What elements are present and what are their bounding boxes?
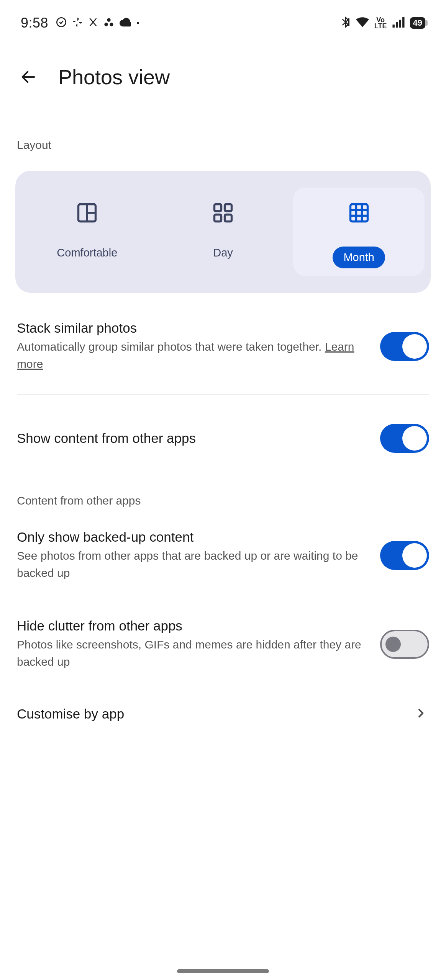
setting-text: Stack similar photos Automatically group… xyxy=(17,320,371,372)
svg-rect-6 xyxy=(396,22,398,28)
header: Photos view xyxy=(0,42,446,108)
wifi-icon xyxy=(356,17,369,29)
status-clock: 9:58 xyxy=(21,15,48,31)
setting-title: Show content from other apps xyxy=(17,431,371,446)
toggle-show-other-apps[interactable] xyxy=(380,424,429,453)
layout-section-label: Layout xyxy=(0,108,446,163)
back-button[interactable] xyxy=(18,66,39,88)
status-system-icons: VoLTE 49 xyxy=(341,16,425,30)
setting-title: Customise by app xyxy=(17,706,124,722)
layout-label: Month xyxy=(333,247,385,268)
chevron-right-icon xyxy=(415,707,427,721)
svg-point-1 xyxy=(107,18,110,21)
setting-customise-by-app[interactable]: Customise by app xyxy=(0,689,446,739)
layout-option-comfortable[interactable]: Comfortable xyxy=(21,188,153,276)
signal-icon xyxy=(392,17,405,29)
layout-label: Day xyxy=(213,247,233,259)
setting-desc: Automatically group similar photos that … xyxy=(17,338,371,372)
status-notification-icons: • xyxy=(56,17,139,29)
svg-rect-8 xyxy=(402,17,404,28)
svg-rect-17 xyxy=(350,204,367,222)
dots-icon xyxy=(103,17,114,29)
layout-selector: Comfortable Day Month xyxy=(15,171,431,293)
pinwheel-icon xyxy=(72,17,83,29)
setting-title: Only show backed-up content xyxy=(17,529,371,545)
bluetooth-icon xyxy=(341,16,351,30)
svg-point-0 xyxy=(57,18,66,26)
svg-rect-16 xyxy=(225,215,232,222)
page-title: Photos view xyxy=(58,65,170,89)
comfortable-icon xyxy=(75,201,98,224)
battery-icon: 49 xyxy=(410,17,425,29)
svg-rect-4 xyxy=(348,18,349,26)
setting-stack-similar[interactable]: Stack similar photos Automatically group… xyxy=(0,293,446,391)
setting-desc: Photos like screenshots, GIFs and memes … xyxy=(17,636,371,670)
check-circle-icon xyxy=(56,17,67,29)
layout-label: Comfortable xyxy=(57,247,117,259)
month-icon xyxy=(348,201,371,224)
status-left: 9:58 • xyxy=(21,15,139,31)
setting-only-backed-up[interactable]: Only show backed-up content See photos f… xyxy=(0,511,446,600)
setting-title: Hide clutter from other apps xyxy=(17,618,371,634)
x-icon xyxy=(88,17,98,29)
arrow-left-icon xyxy=(20,68,37,86)
divider xyxy=(17,394,429,395)
svg-rect-5 xyxy=(392,24,394,28)
svg-point-3 xyxy=(110,23,113,26)
cloud-icon xyxy=(120,17,131,29)
svg-rect-13 xyxy=(215,204,221,211)
toggle-hide-clutter[interactable] xyxy=(380,630,429,659)
layout-option-day[interactable]: Day xyxy=(157,188,289,276)
setting-show-other-apps[interactable]: Show content from other apps xyxy=(0,405,446,471)
content-subheader: Content from other apps xyxy=(0,471,446,511)
svg-rect-15 xyxy=(215,215,221,222)
day-icon xyxy=(212,201,234,224)
setting-text: Show content from other apps xyxy=(17,431,371,446)
setting-hide-clutter[interactable]: Hide clutter from other apps Photos like… xyxy=(0,600,446,689)
volte-icon: VoLTE xyxy=(374,17,387,29)
navigation-handle[interactable] xyxy=(177,969,269,973)
layout-option-month[interactable]: Month xyxy=(293,188,425,276)
toggle-stack-similar[interactable] xyxy=(380,332,429,361)
toggle-only-backed-up[interactable] xyxy=(380,541,429,570)
setting-text: Hide clutter from other apps Photos like… xyxy=(17,618,371,670)
svg-rect-14 xyxy=(225,204,232,211)
dot-icon: • xyxy=(136,19,139,27)
svg-point-2 xyxy=(104,23,108,26)
setting-title: Stack similar photos xyxy=(17,320,371,336)
svg-rect-7 xyxy=(399,20,401,27)
setting-desc: See photos from other apps that are back… xyxy=(17,547,371,581)
setting-text: Only show backed-up content See photos f… xyxy=(17,529,371,581)
status-bar: 9:58 • VoLTE xyxy=(0,0,446,42)
